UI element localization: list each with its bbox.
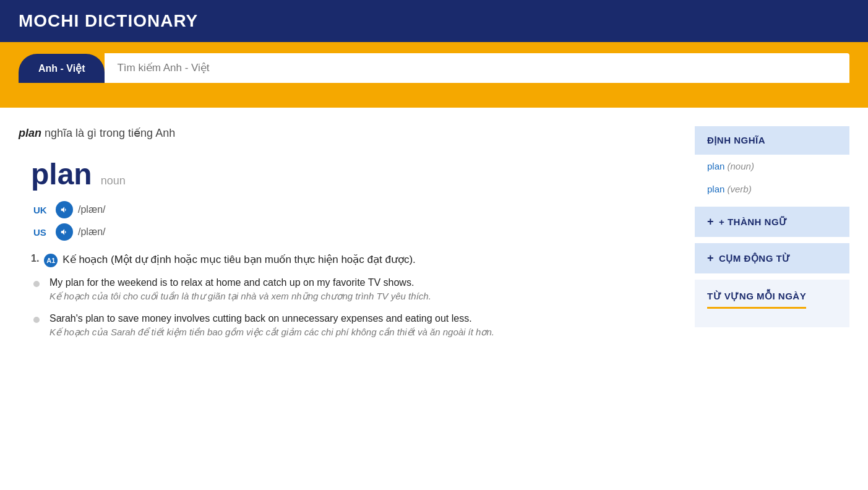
search-input-wrap bbox=[105, 53, 849, 83]
headword: plan bbox=[31, 157, 92, 191]
cum-dong-tu-plus-icon: + bbox=[707, 252, 714, 265]
sidebar-thanh-ngu-header[interactable]: + + THÀNH NGỮ bbox=[695, 207, 849, 237]
example-1: My plan for the weekend is to relax at h… bbox=[43, 277, 676, 302]
thanh-ngu-plus-icon: + bbox=[707, 215, 714, 228]
page-subtitle: plan nghĩa là gì trong tiếng Anh bbox=[19, 126, 676, 140]
header: MOCHI DICTIONARY bbox=[0, 0, 868, 42]
example-1-vi: Kế hoạch của tôi cho cuối tuần là thư gi… bbox=[49, 291, 676, 302]
pron-uk-label: UK bbox=[33, 205, 51, 215]
sidebar-dinh-nghia-header: ĐỊNH NGHĨA bbox=[695, 126, 849, 155]
examples-list: My plan for the weekend is to relax at h… bbox=[31, 277, 676, 338]
uk-speaker-button[interactable] bbox=[56, 201, 73, 218]
search-input[interactable] bbox=[105, 53, 849, 83]
sidebar-plan-verb-word: plan bbox=[707, 184, 728, 194]
lang-tab[interactable]: Anh - Việt bbox=[19, 54, 105, 83]
pron-us: US /plæn/ bbox=[33, 223, 676, 241]
pron-us-ipa: /plæn/ bbox=[78, 226, 105, 238]
pron-us-label: US bbox=[33, 227, 51, 238]
sidebar-plan-verb-pos: (verb) bbox=[728, 184, 752, 194]
example-2-en: Sarah's plan to save money involves cutt… bbox=[49, 313, 676, 324]
sidebar-plan-noun-word: plan bbox=[707, 161, 728, 171]
thanh-ngu-label: + THÀNH NGỮ bbox=[719, 217, 788, 228]
sidebar-dinh-nghia: ĐỊNH NGHĨA plan (noun) plan (verb) bbox=[695, 126, 849, 200]
word-main: plan noun bbox=[31, 157, 676, 191]
sidebar-link-plan-verb[interactable]: plan (verb) bbox=[695, 178, 849, 200]
example-2-vi: Kế hoạch của Sarah để tiết kiệm tiền bao… bbox=[49, 327, 676, 338]
sidebar-tu-vung-title: TỪ VỰNG MỖI NGÀY bbox=[707, 291, 806, 309]
example-1-en: My plan for the weekend is to relax at h… bbox=[49, 277, 676, 288]
main-container: plan nghĩa là gì trong tiếng Anh plan no… bbox=[0, 108, 868, 361]
sidebar-tu-vung: TỪ VỰNG MỖI NGÀY bbox=[695, 280, 849, 327]
pron-uk: UK /plæn/ bbox=[33, 201, 676, 218]
sidebar-cum-dong-tu: + CỤM ĐỘNG TỪ bbox=[695, 243, 849, 273]
subtitle-rest: nghĩa là gì trong tiếng Anh bbox=[41, 127, 175, 139]
word-card: plan noun UK /plæn/ US bbox=[19, 157, 676, 361]
cum-dong-tu-label: CỤM ĐỘNG TỪ bbox=[719, 253, 791, 264]
search-row: Anh - Việt bbox=[19, 53, 849, 83]
search-banner: Anh - Việt bbox=[0, 42, 868, 108]
def-number-label: 1. bbox=[31, 253, 39, 264]
sidebar-link-plan-noun[interactable]: plan (noun) bbox=[695, 155, 849, 178]
sidebar-cum-dong-tu-header[interactable]: + CỤM ĐỘNG TỪ bbox=[695, 243, 849, 273]
pronunciation-row: UK /plæn/ US /plæn/ bbox=[31, 201, 676, 241]
example-2: Sarah's plan to save money involves cutt… bbox=[43, 313, 676, 338]
definition-1: 1. A1 Kế hoạch (Một dự định hoặc mục tiê… bbox=[31, 253, 676, 267]
level-badge: A1 bbox=[44, 254, 58, 267]
content-area: plan nghĩa là gì trong tiếng Anh plan no… bbox=[19, 126, 676, 361]
site-title: MOCHI DICTIONARY bbox=[19, 11, 198, 30]
def-text: Kế hoạch (Một dự định hoặc mục tiêu bạn … bbox=[62, 253, 676, 266]
sidebar-plan-noun-pos: (noun) bbox=[728, 161, 754, 171]
pron-uk-ipa: /plæn/ bbox=[78, 204, 105, 215]
subtitle-word: plan bbox=[19, 127, 41, 139]
yellow-bottom-bar bbox=[0, 83, 868, 108]
sidebar-thanh-ngu: + + THÀNH NGỮ bbox=[695, 207, 849, 237]
sidebar: ĐỊNH NGHĨA plan (noun) plan (verb) + + T… bbox=[695, 126, 849, 361]
part-of-speech: noun bbox=[101, 174, 126, 187]
us-speaker-button[interactable] bbox=[56, 223, 73, 241]
